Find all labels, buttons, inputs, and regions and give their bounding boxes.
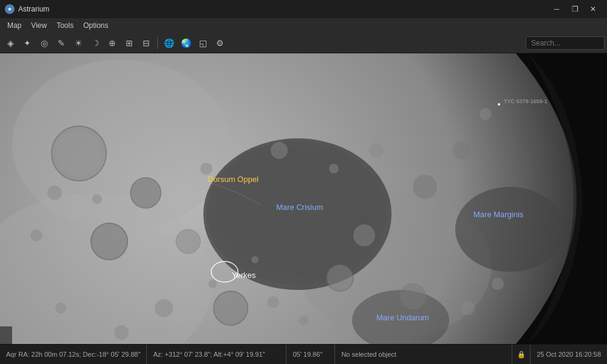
tool-star[interactable]: ✦ [19, 35, 35, 51]
app-title: Astrarium [18, 5, 49, 13]
status-fov-text: 05' 19.86" [293, 351, 322, 358]
tool-pointer[interactable]: ◈ [2, 35, 18, 51]
svg-point-28 [299, 315, 308, 325]
svg-point-8 [215, 147, 373, 275]
svg-point-16 [214, 291, 248, 325]
svg-point-19 [413, 175, 437, 199]
svg-rect-42 [0, 326, 12, 344]
svg-point-35 [251, 256, 259, 263]
tool-layer[interactable]: ◱ [195, 35, 211, 51]
svg-point-18 [353, 224, 375, 246]
svg-point-20 [439, 256, 459, 275]
svg-point-38 [30, 229, 42, 241]
status-constellation: Aqr [6, 351, 18, 358]
minimize-button[interactable]: ─ [548, 0, 566, 18]
app-icon: ★ [5, 4, 15, 14]
svg-point-22 [47, 186, 62, 200]
svg-point-29 [155, 299, 173, 317]
tool-settings[interactable]: ⚙ [212, 35, 228, 51]
titlebar: ★ Astrarium ─ ❐ ✕ [0, 0, 607, 18]
svg-point-37 [92, 194, 102, 204]
svg-point-30 [114, 325, 129, 340]
menubar: Map View Tools Options [0, 18, 607, 33]
status-datetime-text: 25 Oct 2020 16:20:58 [537, 351, 601, 358]
svg-point-31 [452, 141, 470, 160]
svg-point-24 [271, 142, 288, 159]
status-ra-dec: RA: 22h 00m 07.12s; Dec:-18° 05' 29.88" [18, 351, 140, 358]
svg-point-9 [455, 187, 565, 272]
svg-point-23 [200, 163, 212, 175]
menu-options[interactable]: Options [78, 20, 113, 31]
moon-surface [0, 53, 607, 344]
svg-point-33 [460, 301, 475, 315]
status-az-alt: Az: +312° 07' 23.8"; Alt:+4° 09' 19.91" [147, 345, 287, 364]
svg-point-39 [55, 303, 66, 314]
search-input[interactable] [526, 36, 605, 50]
map-area[interactable]: TYC 6379-1659-1 Mare Crisium Dorsum Oppe… [0, 53, 607, 344]
svg-point-14 [176, 229, 200, 254]
status-selected-object: No selected object [335, 345, 512, 364]
svg-point-27 [267, 296, 279, 308]
tool-measure[interactable]: ✎ [53, 35, 69, 51]
tool-constellation[interactable]: ⊞ [121, 35, 137, 51]
svg-point-13 [131, 178, 161, 208]
status-az-text: Az: +312° 07' 23.8"; Alt:+4° 09' 19.91" [153, 351, 265, 358]
tool-planet[interactable]: ⊕ [104, 35, 120, 51]
svg-point-34 [492, 278, 504, 290]
menu-view[interactable]: View [26, 20, 52, 31]
tool-grid[interactable]: ⊟ [138, 35, 154, 51]
svg-point-17 [327, 265, 353, 291]
status-selected-text: No selected object [341, 351, 396, 358]
status-lock: 🔒 [512, 345, 531, 364]
status-datetime: 25 Oct 2020 16:20:58 [531, 345, 607, 364]
tool-dso[interactable]: ◎ [36, 35, 52, 51]
lock-icon: 🔒 [517, 351, 526, 359]
tool-moon[interactable]: ☽ [87, 35, 103, 51]
statusbar: Aqr RA: 22h 00m 07.12s; Dec:-18° 05' 29.… [0, 344, 607, 364]
status-coordinates: Aqr RA: 22h 00m 07.12s; Dec:-18° 05' 29.… [0, 345, 147, 364]
svg-point-32 [480, 108, 492, 120]
close-button[interactable]: ✕ [584, 0, 602, 18]
svg-point-36 [208, 280, 217, 288]
window-controls: ─ ❐ ✕ [548, 0, 602, 18]
menu-map[interactable]: Map [2, 20, 26, 31]
svg-point-21 [399, 283, 426, 309]
restore-button[interactable]: ❐ [566, 0, 584, 18]
svg-point-41 [498, 103, 500, 106]
svg-point-12 [56, 130, 102, 177]
menu-tools[interactable]: Tools [52, 20, 78, 31]
status-fov: 05' 19.86" [287, 345, 335, 364]
tool-globe2[interactable]: 🌏 [178, 35, 194, 51]
svg-point-25 [329, 164, 339, 174]
titlebar-left: ★ Astrarium [5, 4, 49, 14]
tool-sun[interactable]: ☀ [70, 35, 86, 51]
svg-point-15 [91, 223, 127, 260]
svg-point-26 [369, 143, 384, 158]
separator-1 [157, 37, 158, 49]
tool-globe[interactable]: 🌐 [161, 35, 177, 51]
toolbar: ◈ ✦ ◎ ✎ ☀ ☽ ⊕ ⊞ ⊟ 🌐 🌏 ◱ ⚙ [0, 33, 607, 53]
